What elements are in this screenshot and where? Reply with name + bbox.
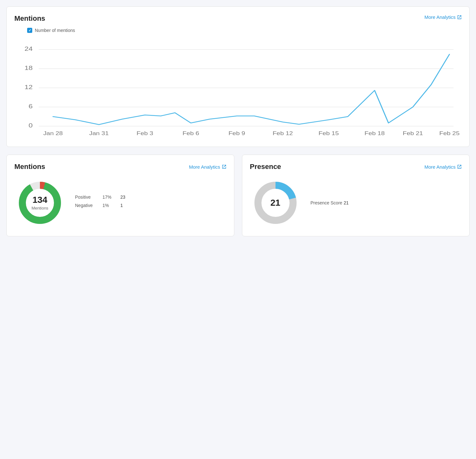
mentions-donut-center: 134 Mentions	[32, 195, 49, 211]
line-chart-container: 0 6 12 18 24 Jan 28 Jan 31 Feb 3 Feb 6 F…	[14, 37, 462, 139]
legend-checkbox[interactable]	[27, 28, 32, 33]
svg-text:Jan 28: Jan 28	[43, 130, 63, 136]
mentions-donut-wrapper: 134 Mentions	[14, 177, 65, 228]
presence-score-info: Presence Score 21	[311, 200, 349, 206]
mentions-donut-header: Mentions More Analytics	[14, 163, 226, 171]
negative-label: Negative	[75, 203, 97, 208]
presence-score-label: Presence Score	[311, 200, 343, 205]
positive-count: 23	[120, 195, 125, 200]
presence-score-number: 21	[270, 198, 280, 208]
mentions-chart-card: Mentions More Analytics Number of mentio…	[6, 6, 470, 147]
presence-donut-wrapper: 21	[250, 177, 301, 228]
negative-stats-row: Negative 1% 1	[75, 203, 125, 208]
presence-donut-center: 21	[270, 198, 280, 208]
svg-text:Feb 6: Feb 6	[183, 130, 199, 136]
svg-text:12: 12	[25, 84, 33, 90]
mentions-total-label: Mentions	[32, 206, 49, 210]
presence-donut-header: Presence More Analytics	[250, 163, 462, 171]
svg-text:Feb 25: Feb 25	[439, 130, 459, 136]
mentions-donut-container: 134 Mentions Positive 17% 23 Negative 1%…	[14, 177, 226, 228]
svg-text:18: 18	[25, 65, 33, 71]
mentions-more-analytics-link[interactable]: More Analytics	[189, 164, 226, 170]
mentions-donut-card: Mentions More Analytics	[6, 155, 234, 236]
svg-text:0: 0	[29, 122, 33, 128]
more-analytics-link-top[interactable]: More Analytics	[424, 14, 462, 20]
svg-text:Feb 21: Feb 21	[403, 130, 423, 136]
presence-more-analytics-link[interactable]: More Analytics	[424, 164, 462, 170]
bottom-section: Mentions More Analytics	[6, 155, 470, 236]
external-link-icon	[457, 15, 462, 19]
svg-text:Feb 12: Feb 12	[273, 130, 293, 136]
negative-count: 1	[120, 203, 123, 208]
mentions-donut-title: Mentions	[14, 163, 45, 171]
positive-label: Positive	[75, 195, 97, 200]
svg-text:Feb 3: Feb 3	[137, 130, 153, 136]
legend-label: Number of mentions	[35, 28, 75, 33]
chart-header: Mentions More Analytics	[14, 14, 462, 23]
mentions-total-number: 134	[32, 195, 49, 205]
line-chart-path	[53, 54, 450, 125]
chart-title: Mentions	[14, 14, 45, 23]
presence-score-value: 21	[344, 200, 349, 205]
presence-body: 21 Presence Score 21	[250, 177, 462, 228]
presence-external-link-icon	[457, 164, 462, 169]
svg-text:24: 24	[25, 45, 33, 52]
svg-text:6: 6	[29, 103, 33, 109]
svg-text:Jan 31: Jan 31	[89, 130, 109, 136]
mentions-stats-table: Positive 17% 23 Negative 1% 1	[75, 195, 125, 211]
chart-legend: Number of mentions	[27, 28, 462, 33]
positive-stats-row: Positive 17% 23	[75, 195, 125, 200]
line-chart-svg: 0 6 12 18 24 Jan 28 Jan 31 Feb 3 Feb 6 F…	[14, 37, 462, 139]
svg-text:Feb 15: Feb 15	[319, 130, 339, 136]
presence-donut-title: Presence	[250, 163, 281, 171]
negative-percent: 1%	[102, 203, 115, 208]
positive-percent: 17%	[102, 195, 115, 200]
mentions-external-link-icon	[222, 164, 226, 169]
svg-text:Feb 18: Feb 18	[365, 130, 385, 136]
svg-text:Feb 9: Feb 9	[229, 130, 245, 136]
presence-donut-card: Presence More Analytics	[242, 155, 470, 236]
